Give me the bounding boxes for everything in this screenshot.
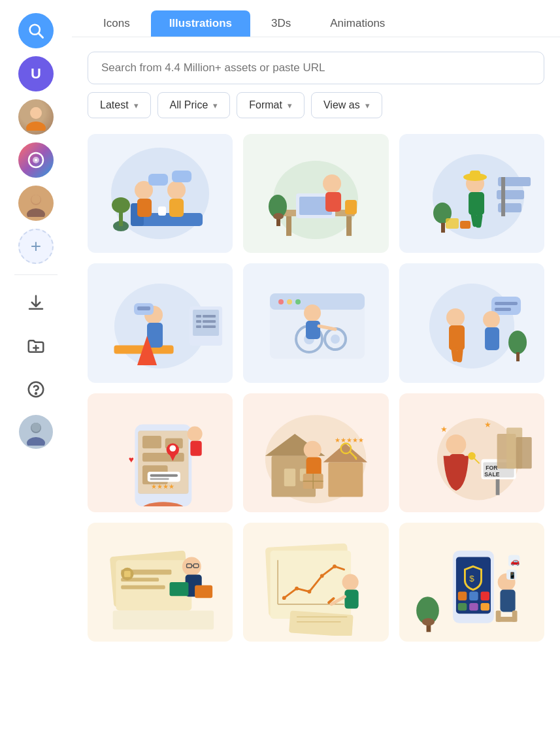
svg-rect-63 <box>196 315 201 318</box>
sidebar-photo-avatar[interactable] <box>18 186 54 221</box>
svg-rect-33 <box>286 216 291 236</box>
svg-point-141 <box>446 434 466 455</box>
svg-rect-90 <box>495 302 518 305</box>
svg-point-10 <box>31 195 41 204</box>
svg-rect-42 <box>346 200 357 214</box>
svg-point-82 <box>331 335 340 344</box>
svg-text:📱: 📱 <box>508 572 517 580</box>
svg-text:★★★★★: ★★★★★ <box>335 436 364 443</box>
svg-point-26 <box>167 181 186 199</box>
illustration-6[interactable] <box>399 263 544 382</box>
tab-illustrations[interactable]: Illustrations <box>151 10 250 37</box>
illustration-4[interactable] <box>88 263 233 382</box>
svg-point-40 <box>323 174 341 193</box>
svg-rect-191 <box>500 590 515 612</box>
price-filter[interactable]: All Price ▾ <box>157 92 231 118</box>
svg-rect-27 <box>169 199 184 217</box>
view-filter[interactable]: View as ▾ <box>311 92 382 118</box>
svg-rect-30 <box>172 171 191 182</box>
svg-rect-101 <box>142 436 161 448</box>
sidebar-avatar1[interactable] <box>18 99 54 135</box>
svg-rect-47 <box>501 177 505 216</box>
svg-point-166 <box>282 596 286 600</box>
svg-point-39 <box>273 213 284 220</box>
svg-rect-186 <box>480 592 489 601</box>
svg-rect-151 <box>121 585 165 589</box>
illustration-7[interactable]: ★★★★ ♥ <box>88 393 233 512</box>
svg-point-16 <box>27 437 45 446</box>
svg-rect-160 <box>195 585 212 598</box>
tab-3ds[interactable]: 3Ds <box>253 10 309 37</box>
illustrations-grid: ★★★★ ♥ <box>72 129 560 657</box>
illustration-5[interactable] <box>243 263 388 382</box>
svg-point-113 <box>188 426 203 441</box>
sort-chevron: ▾ <box>134 101 139 110</box>
svg-rect-89 <box>491 297 521 315</box>
svg-text:♥: ♥ <box>129 454 134 464</box>
svg-point-17 <box>31 423 41 432</box>
illustration-3[interactable] <box>399 134 544 253</box>
illustration-9[interactable]: FOR SALE ★ ★ <box>399 393 544 512</box>
svg-rect-184 <box>458 592 467 601</box>
search-input[interactable] <box>88 52 544 84</box>
illustration-12[interactable]: $ 🚗 📱 <box>399 523 544 642</box>
svg-rect-109 <box>150 474 178 477</box>
svg-rect-188 <box>469 603 478 611</box>
svg-rect-49 <box>441 223 445 233</box>
svg-point-86 <box>429 284 514 368</box>
svg-rect-73 <box>137 306 150 310</box>
svg-rect-95 <box>485 327 499 350</box>
svg-rect-55 <box>470 171 480 178</box>
sidebar-add-folder-button[interactable] <box>18 329 54 364</box>
sidebar-user-icon[interactable]: U <box>18 56 54 91</box>
svg-rect-53 <box>469 192 484 215</box>
illustration-10[interactable] <box>88 523 233 642</box>
sidebar-user-bottom[interactable] <box>19 415 53 449</box>
svg-point-167 <box>295 587 299 591</box>
svg-rect-189 <box>480 603 489 611</box>
svg-rect-187 <box>458 603 467 611</box>
search-section <box>72 37 560 92</box>
tab-icons[interactable]: Icons <box>85 10 148 37</box>
svg-point-7 <box>35 159 37 161</box>
sidebar-gradient-icon[interactable] <box>18 142 54 178</box>
view-chevron: ▾ <box>365 101 370 110</box>
sidebar-add-button[interactable]: + <box>18 229 54 264</box>
illustration-2[interactable] <box>243 134 388 253</box>
sidebar-download-button[interactable] <box>18 286 54 321</box>
filter-row: Latest ▾ All Price ▾ Format ▾ View as ▾ <box>72 92 560 129</box>
svg-rect-121 <box>329 462 363 497</box>
format-filter[interactable]: Format ▾ <box>237 92 305 118</box>
svg-point-106 <box>170 445 176 451</box>
svg-rect-140 <box>516 437 531 468</box>
svg-rect-28 <box>158 206 166 216</box>
svg-point-78 <box>295 299 301 304</box>
svg-point-14 <box>35 393 37 394</box>
main-content: Icons Illustrations 3Ds Animations Lates… <box>72 0 560 737</box>
illustration-11[interactable] <box>243 523 388 642</box>
tab-animations[interactable]: Animations <box>312 10 403 37</box>
svg-point-21 <box>112 197 130 213</box>
sidebar-divider <box>14 274 58 275</box>
svg-point-83 <box>304 304 321 321</box>
svg-rect-194 <box>512 610 518 621</box>
svg-point-4 <box>31 107 41 118</box>
svg-rect-50 <box>446 218 459 229</box>
svg-rect-67 <box>196 325 201 328</box>
svg-point-87 <box>508 331 527 354</box>
svg-text:★★★★: ★★★★ <box>151 483 174 490</box>
sidebar-help-button[interactable] <box>18 372 54 407</box>
svg-point-94 <box>483 311 500 328</box>
illustration-8[interactable]: ★★★★★ <box>243 393 388 512</box>
sidebar-search-icon[interactable] <box>18 13 54 48</box>
svg-rect-119 <box>284 468 295 486</box>
sort-filter[interactable]: Latest ▾ <box>88 92 151 118</box>
svg-rect-110 <box>150 478 169 480</box>
svg-text:★: ★ <box>484 421 491 429</box>
svg-rect-51 <box>460 221 470 229</box>
svg-rect-137 <box>495 479 499 495</box>
svg-point-123 <box>304 440 321 458</box>
illustration-1[interactable] <box>88 134 233 253</box>
price-chevron: ▾ <box>213 101 218 110</box>
svg-rect-65 <box>196 320 201 323</box>
